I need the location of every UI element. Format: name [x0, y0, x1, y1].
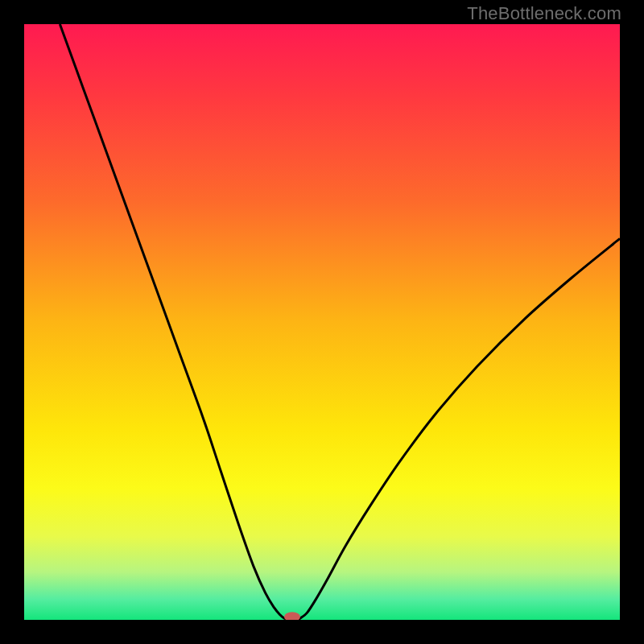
gradient-background: [24, 24, 620, 620]
chart-area: [24, 24, 620, 620]
outer-frame: TheBottleneck.com: [0, 0, 644, 644]
watermark-text: TheBottleneck.com: [467, 3, 621, 24]
chart-svg: [24, 24, 620, 620]
